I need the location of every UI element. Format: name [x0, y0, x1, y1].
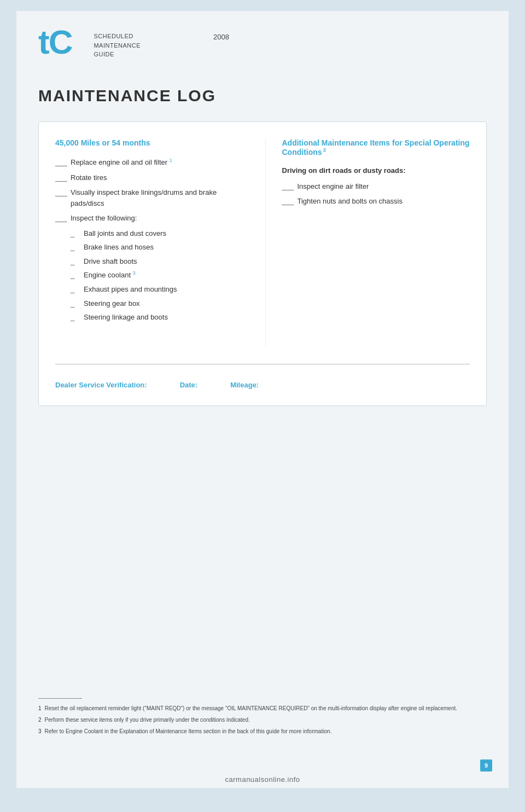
- item-text: Replace engine oil and oil filter 1: [71, 157, 172, 168]
- right-heading-text: Additional Maintenance Items for Special…: [282, 138, 470, 156]
- page-title: MAINTENANCE LOG: [38, 86, 487, 105]
- footnote-text-1: Reset the oil replacement reminder light…: [45, 704, 457, 712]
- list-item: ___ Rotate tires: [55, 172, 243, 183]
- main-card: 45,000 Miles or 54 months ___ Replace en…: [38, 121, 487, 406]
- list-item: _ Steering gear box: [71, 298, 243, 309]
- sub-item-text: Drive shaft boots: [84, 256, 137, 267]
- list-item: ___ Inspect engine air filter: [282, 181, 470, 192]
- footnote-1: 1 Reset the oil replacement reminder lig…: [38, 704, 487, 712]
- sub-check-blank: _: [71, 242, 80, 253]
- header: tC SCHEDULED MAINTENANCE GUIDE 2008: [38, 27, 487, 59]
- page-wrapper: tC SCHEDULED MAINTENANCE GUIDE 2008 MAIN…: [16, 11, 509, 788]
- guide-title: SCHEDULED MAINTENANCE GUIDE: [94, 32, 141, 59]
- guide-line1: SCHEDULED: [94, 32, 141, 41]
- list-item: ___ Tighten nuts and bolts on chassis: [282, 196, 470, 207]
- list-item: _ Drive shaft boots: [71, 256, 243, 267]
- check-blank: ___: [55, 213, 67, 224]
- list-item: _ Steering linkage and boots: [71, 312, 243, 323]
- footnote-2: 2 Perform these service items only if yo…: [38, 716, 487, 724]
- right-checklist: ___ Inspect engine air filter ___ Tighte…: [282, 181, 470, 207]
- list-item: ___ Visually inspect brake linings/drums…: [55, 187, 243, 208]
- sub-check-blank: _: [71, 284, 80, 295]
- driving-heading: Driving on dirt roads or dusty roads:: [282, 166, 470, 175]
- check-blank: ___: [282, 181, 294, 192]
- logo: tC: [38, 25, 72, 59]
- item-text: Visually inspect brake linings/drums and…: [71, 187, 243, 208]
- footnote-text-3: Refer to Engine Coolant in the Explanati…: [45, 727, 332, 735]
- item-text: Inspect the following:: [71, 213, 137, 224]
- list-item: _ Ball joints and dust covers: [71, 228, 243, 239]
- footnote-3: 3 Refer to Engine Coolant in the Explana…: [38, 727, 487, 735]
- footnote-num-3: 3: [38, 727, 42, 735]
- footnote-ref-3: 3: [133, 270, 136, 276]
- footnote-ref-1: 1: [170, 158, 172, 163]
- footnote-ref-2: 2: [322, 147, 326, 153]
- check-blank: ___: [282, 196, 294, 207]
- list-item: _ Brake lines and hoses: [71, 242, 243, 253]
- sub-item-text: Steering gear box: [84, 298, 140, 309]
- left-section-heading: 45,000 Miles or 54 months: [55, 138, 243, 147]
- footnotes-divider: [38, 698, 82, 699]
- footnote-num-2: 2: [38, 716, 42, 724]
- sub-item-text: Ball joints and dust covers: [84, 228, 166, 239]
- sub-item-text: Brake lines and hoses: [84, 242, 154, 253]
- sub-item-text: Engine coolant 3: [84, 270, 136, 281]
- item-text: Rotate tires: [71, 172, 107, 183]
- footnote-text-2: Perform these service items only if you …: [45, 716, 250, 724]
- sub-checklist: _ Ball joints and dust covers _ Brake li…: [71, 228, 243, 323]
- sub-check-blank: _: [71, 312, 80, 323]
- sub-check-blank: _: [71, 256, 80, 267]
- guide-line2: MAINTENANCE: [94, 41, 141, 50]
- list-item: _ Exhaust pipes and mountings: [71, 284, 243, 295]
- check-blank: ___: [55, 157, 67, 168]
- card-columns: 45,000 Miles or 54 months ___ Replace en…: [55, 138, 470, 347]
- right-section-heading: Additional Maintenance Items for Special…: [282, 138, 470, 156]
- section-divider: [55, 364, 470, 364]
- sub-item-text: Exhaust pipes and mountings: [84, 284, 177, 295]
- footnote-num-1: 1: [38, 704, 42, 712]
- sub-check-blank: _: [71, 270, 80, 281]
- verification-row: Dealer Service Verification: Date: Milea…: [55, 375, 470, 389]
- item-text: Tighten nuts and bolts on chassis: [298, 196, 402, 207]
- watermark: carmanualsonline.info: [225, 775, 300, 784]
- guide-line3: GUIDE: [94, 50, 141, 59]
- left-checklist: ___ Replace engine oil and oil filter 1 …: [55, 157, 243, 224]
- check-blank: ___: [55, 172, 67, 183]
- header-year: 2008: [213, 33, 229, 41]
- footnotes-area: 1 Reset the oil replacement reminder lig…: [38, 698, 487, 739]
- check-blank: ___: [55, 187, 67, 198]
- sub-item-text: Steering linkage and boots: [84, 312, 168, 323]
- list-item: ___ Replace engine oil and oil filter 1: [55, 157, 243, 168]
- date-label: Date:: [180, 381, 198, 389]
- mileage-label: Mileage:: [230, 381, 259, 389]
- page-number: 9: [480, 759, 492, 772]
- sub-check-blank: _: [71, 228, 80, 239]
- sub-check-blank: _: [71, 298, 80, 309]
- item-text: Inspect engine air filter: [298, 181, 369, 192]
- dealer-verification-label: Dealer Service Verification:: [55, 381, 147, 389]
- right-column: Additional Maintenance Items for Special…: [265, 138, 470, 347]
- list-item: ___ Inspect the following:: [55, 213, 243, 224]
- left-column: 45,000 Miles or 54 months ___ Replace en…: [55, 138, 243, 347]
- list-item: _ Engine coolant 3: [71, 270, 243, 281]
